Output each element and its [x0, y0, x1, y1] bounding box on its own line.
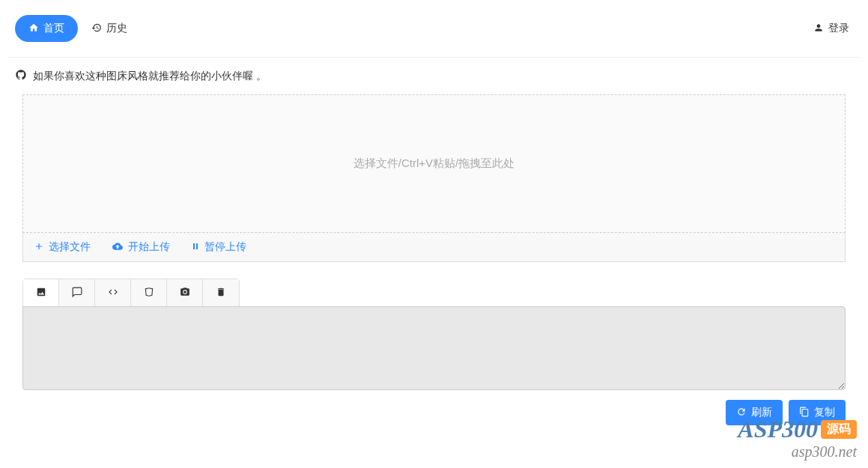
home-button[interactable]: 首页	[15, 15, 78, 42]
tab-image[interactable]	[23, 279, 59, 306]
nav-bar: 首页 历史 登录	[7, 7, 861, 58]
image-icon	[35, 287, 47, 300]
nav-left: 首页 历史	[15, 15, 127, 42]
code-icon	[107, 287, 119, 300]
home-icon	[28, 22, 39, 35]
user-icon	[813, 22, 824, 35]
nav-right: 登录	[813, 22, 861, 35]
github-icon	[15, 69, 27, 83]
output-tabs	[22, 279, 240, 307]
login-label: 登录	[828, 22, 849, 35]
action-row: 刷新 复制	[22, 400, 846, 425]
pause-upload-button[interactable]: 暂停上传	[191, 240, 246, 254]
tab-camera[interactable]	[167, 279, 203, 306]
history-icon	[91, 22, 102, 35]
tab-delete[interactable]	[203, 279, 239, 306]
comment-icon	[72, 287, 82, 300]
history-link[interactable]: 历史	[91, 22, 127, 35]
camera-icon	[179, 287, 191, 300]
watermark-badge: 源码	[821, 420, 857, 433]
select-file-button[interactable]: 选择文件	[34, 240, 91, 254]
start-upload-button[interactable]: 开始上传	[112, 240, 170, 254]
promo-line: 如果你喜欢这种图床风格就推荐给你的小伙伴喔 。	[7, 69, 861, 94]
upload-toolbar: 选择文件 开始上传 暂停上传	[22, 233, 846, 262]
promo-text: 如果你喜欢这种图床风格就推荐给你的小伙伴喔 。	[33, 70, 267, 83]
watermark-top: ASP300 源码	[738, 416, 857, 433]
history-label: 历史	[106, 22, 127, 35]
select-file-label: 选择文件	[49, 240, 91, 254]
html5-icon	[144, 287, 154, 300]
tab-code[interactable]	[95, 279, 131, 306]
watermark: ASP300 源码 asp300.net	[738, 416, 857, 433]
pause-upload-label: 暂停上传	[204, 240, 246, 254]
tab-comment[interactable]	[59, 279, 95, 306]
dropzone-hint: 选择文件/Ctrl+V粘贴/拖拽至此处	[353, 156, 515, 171]
pause-icon	[191, 241, 200, 253]
home-label: 首页	[43, 22, 64, 35]
trash-icon	[216, 287, 226, 300]
upload-container: 选择文件/Ctrl+V粘贴/拖拽至此处 选择文件 开始上传 暂停上传	[7, 94, 861, 425]
output-textarea[interactable]	[22, 306, 846, 390]
dropzone[interactable]: 选择文件/Ctrl+V粘贴/拖拽至此处	[22, 94, 846, 233]
plus-icon	[34, 241, 44, 254]
cloud-upload-icon	[112, 241, 124, 254]
login-link[interactable]: 登录	[813, 22, 849, 35]
tab-html[interactable]	[131, 279, 167, 306]
start-upload-label: 开始上传	[128, 240, 170, 254]
